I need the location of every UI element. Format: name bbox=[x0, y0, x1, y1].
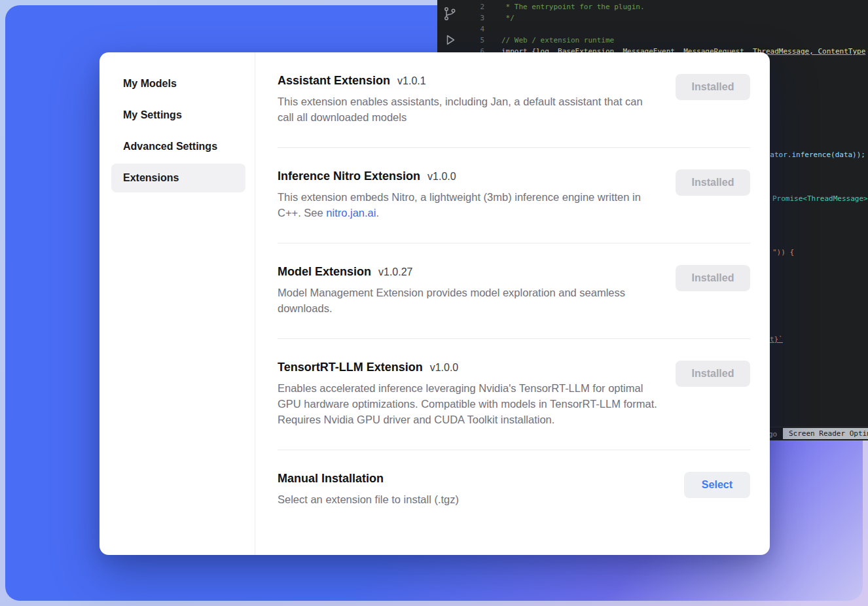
extension-description: This extension enables assistants, inclu… bbox=[278, 94, 660, 125]
code-line: 4 bbox=[460, 24, 868, 35]
select-file-button[interactable]: Select bbox=[684, 472, 750, 498]
extension-version: v1.0.0 bbox=[427, 171, 456, 183]
extension-row-nitro: Inference Nitro Extension v1.0.0 This ex… bbox=[278, 148, 750, 243]
extension-title: TensortRT-LLM Extension bbox=[278, 361, 423, 374]
code-fragment: ")) { bbox=[772, 247, 794, 257]
extension-row-model: Model Extension v1.0.27 Model Management… bbox=[278, 243, 750, 339]
code-line: 2 * The entrypoint for the plugin. bbox=[460, 1, 868, 12]
sidebar-item-my-settings[interactable]: My Settings bbox=[111, 101, 245, 130]
manual-installation-row: Manual Installation Select an extension … bbox=[278, 450, 750, 529]
code-line: 5 // Web / extension runtime bbox=[460, 35, 868, 46]
code-text: // Web / extension runtime bbox=[501, 35, 614, 46]
extension-title: Inference Nitro Extension bbox=[278, 169, 420, 183]
screen-reader-chip: Screen Reader Optimize bbox=[783, 428, 868, 439]
line-number: 4 bbox=[460, 24, 484, 35]
source-control-icon bbox=[442, 6, 458, 22]
extension-description: Model Management Extension provides mode… bbox=[278, 285, 660, 316]
code-line: 3 */ bbox=[460, 12, 868, 24]
extension-version: v1.0.27 bbox=[378, 266, 412, 278]
code-text: * The entrypoint for the plugin. bbox=[501, 1, 645, 12]
run-debug-icon bbox=[442, 32, 458, 48]
line-number: 5 bbox=[460, 35, 484, 46]
extension-title: Assistant Extension bbox=[278, 74, 390, 88]
extension-title: Manual Installation bbox=[278, 472, 384, 486]
code-lines: 2 * The entrypoint for the plugin. 3 */ … bbox=[460, 1, 868, 57]
settings-sidebar: My Models My Settings Advanced Settings … bbox=[99, 52, 255, 555]
extension-row-assistant: Assistant Extension v1.0.1 This extensio… bbox=[278, 52, 750, 148]
extension-description: Enables accelerated inference leveraging… bbox=[278, 380, 660, 427]
activity-bar bbox=[442, 6, 458, 48]
sidebar-item-advanced-settings[interactable]: Advanced Settings bbox=[111, 132, 245, 161]
extension-row-tensorrt: TensortRT-LLM Extension v1.0.0 Enables a… bbox=[278, 339, 750, 450]
sidebar-item-my-models[interactable]: My Models bbox=[111, 69, 245, 98]
code-fragment: t}` bbox=[770, 334, 783, 344]
extension-description: Select an extension file to install (.tg… bbox=[278, 491, 459, 507]
extension-title: Model Extension bbox=[278, 265, 371, 279]
line-number: 2 bbox=[460, 1, 484, 12]
extension-description: This extension embeds Nitro, a lightweig… bbox=[278, 189, 660, 221]
nitro-link[interactable]: nitro.jan.ai bbox=[326, 207, 376, 219]
installed-button[interactable]: Installed bbox=[676, 169, 750, 196]
extension-version: v1.0.0 bbox=[430, 362, 459, 374]
installed-button[interactable]: Installed bbox=[676, 361, 750, 387]
code-text: */ bbox=[501, 12, 515, 24]
sidebar-item-extensions[interactable]: Extensions bbox=[111, 164, 245, 192]
line-number: 3 bbox=[460, 12, 484, 24]
installed-button[interactable]: Installed bbox=[676, 265, 750, 291]
code-fragment: rator.inference(data)); bbox=[766, 150, 865, 160]
installed-button[interactable]: Installed bbox=[676, 74, 750, 100]
code-fragment: Promise<ThreadMessage> bbox=[772, 194, 868, 204]
extensions-list: Assistant Extension v1.0.1 This extensio… bbox=[255, 52, 770, 555]
extension-version: v1.0.1 bbox=[397, 75, 426, 87]
settings-modal: My Models My Settings Advanced Settings … bbox=[99, 52, 770, 555]
